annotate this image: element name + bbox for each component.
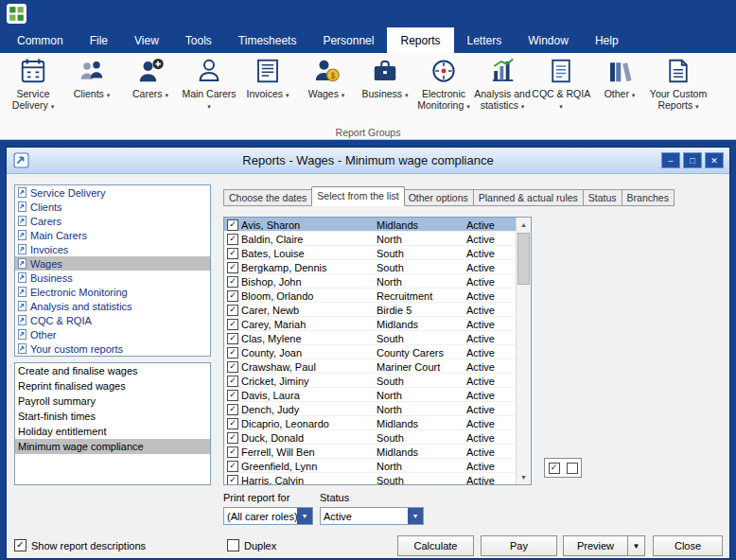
category-item-other[interactable]: Other	[15, 327, 210, 341]
table-row[interactable]: ✓Bloom, OrlandoRecruitmentActive	[224, 289, 516, 303]
menu-item-timesheets[interactable]: Timesheets	[225, 27, 310, 53]
category-item-invoices[interactable]: Invoices	[15, 242, 210, 256]
tab-choose-the-dates[interactable]: Choose the dates	[223, 189, 312, 206]
scroll-down-button[interactable]: ▼	[517, 470, 531, 484]
table-row[interactable]: ✓Carey, MariahMidlandsActive	[224, 317, 516, 331]
menu-item-file[interactable]: File	[77, 27, 121, 53]
tab-branches[interactable]: Branches	[622, 189, 675, 206]
table-row[interactable]: ✓Baldin, ClaireNorthActive	[224, 232, 516, 246]
ribbon-button-service-delivery[interactable]: Service Delivery ▾	[4, 55, 62, 125]
carer-checkbox[interactable]: ✓	[227, 234, 238, 245]
ribbon-button-invoices[interactable]: Invoices ▾	[238, 55, 297, 125]
category-item-carers[interactable]: Carers	[15, 214, 210, 228]
category-item-wages[interactable]: Wages	[15, 256, 210, 271]
ribbon-button-main-carers[interactable]: Main Carers ▾	[180, 55, 238, 125]
menu-item-common[interactable]: Common	[4, 27, 77, 53]
ribbon-button-your-custom-reports[interactable]: Your Custom Reports ▾	[649, 55, 708, 125]
checkbox-checked-icon[interactable]: ✓	[14, 539, 26, 551]
app-logo-icon[interactable]	[7, 4, 26, 24]
table-row[interactable]: ✓Bergkamp, DennisSouthActive	[224, 260, 516, 274]
carer-checkbox[interactable]: ✓	[227, 262, 238, 273]
carer-checkbox[interactable]: ✓	[227, 432, 238, 444]
menu-item-view[interactable]: View	[121, 27, 172, 53]
ribbon-button-carers[interactable]: Carers ▾	[121, 55, 180, 125]
carer-checkbox[interactable]: ✓	[227, 404, 238, 415]
tab-other-options[interactable]: Other options	[404, 189, 474, 206]
table-row[interactable]: ✓County, JoanCounty CarersActive	[224, 345, 516, 359]
table-row[interactable]: ✓Cricket, JiminySouthActive	[224, 374, 516, 388]
table-row[interactable]: ✓Avis, SharonMidlandsActive	[224, 218, 516, 232]
dropdown-arrow-icon[interactable]: ▼	[408, 508, 423, 524]
table-row[interactable]: ✓Crawshaw, PaulMariner CourtActive	[224, 359, 516, 374]
category-item-analysis-and-statistics[interactable]: Analysis and statistics	[15, 299, 210, 313]
report-item-holiday-entitlement[interactable]: Holiday entitlement	[15, 424, 210, 439]
ribbon-button-business[interactable]: Business ▾	[356, 55, 414, 125]
ribbon-button-electronic-monitoring[interactable]: Electronic Monitoring ▾	[414, 55, 473, 125]
table-row[interactable]: ✓Greenfield, LynnNorthActive	[224, 459, 516, 473]
carer-checkbox[interactable]: ✓	[227, 347, 238, 359]
status-dropdown[interactable]: Active ▼	[320, 507, 424, 525]
carer-checkbox[interactable]: ✓	[227, 290, 238, 302]
report-item-start-finish-times[interactable]: Start-finish times	[15, 409, 210, 424]
ribbon-button-clients[interactable]: Clients ▾	[62, 55, 121, 125]
table-row[interactable]: ✓Dench, JudyNorthActive	[224, 402, 516, 416]
menu-item-reports[interactable]: Reports	[387, 27, 453, 53]
carer-checkbox[interactable]: ✓	[227, 219, 238, 231]
menu-item-tools[interactable]: Tools	[172, 27, 225, 53]
tab-select-from-the-list[interactable]: Select from the list	[311, 186, 404, 206]
category-item-service-delivery[interactable]: Service Delivery	[15, 185, 210, 200]
carer-checkbox[interactable]: ✓	[227, 305, 238, 316]
table-row[interactable]: ✓Bates, LouiseSouthActive	[224, 246, 516, 260]
preview-dropdown-button[interactable]: ▼	[627, 535, 645, 556]
tab-planned-actual-rules[interactable]: Planned & actual rules	[474, 189, 584, 206]
carer-checkbox[interactable]: ✓	[227, 446, 238, 458]
carer-checkbox[interactable]: ✓	[227, 333, 238, 344]
dropdown-arrow-icon[interactable]: ▼	[297, 508, 312, 524]
ribbon-button-other[interactable]: Other ▾	[590, 55, 649, 125]
table-row[interactable]: ✓Ferrell, Will BenMidlandsActive	[224, 445, 516, 459]
table-row[interactable]: ✓Harris, CalvinSouthActive	[224, 473, 516, 484]
deselect-all-button[interactable]	[563, 459, 581, 477]
select-all-button[interactable]: ✓	[545, 459, 563, 477]
category-item-clients[interactable]: Clients	[15, 200, 210, 214]
menu-item-window[interactable]: Window	[515, 27, 582, 53]
minimize-button[interactable]: –	[661, 152, 680, 168]
table-row[interactable]: ✓Clas, MyleneSouthActive	[224, 331, 516, 345]
table-row[interactable]: ✓Davis, LauraNorthActive	[224, 388, 516, 402]
category-item-electronic-monitoring[interactable]: Electronic Monitoring	[15, 285, 210, 299]
dialog-titlebar[interactable]: Reports - Wages - Minimum wage complianc…	[7, 148, 729, 174]
maximize-button[interactable]: □	[683, 152, 702, 168]
carer-checkbox[interactable]: ✓	[227, 376, 238, 387]
category-item-main-carers[interactable]: Main Carers	[15, 228, 210, 242]
carer-checkbox[interactable]: ✓	[227, 475, 238, 485]
menu-item-personnel[interactable]: Personnel	[309, 27, 387, 53]
carer-checkbox[interactable]: ✓	[227, 248, 238, 259]
tab-status[interactable]: Status	[584, 189, 622, 206]
menu-item-letters[interactable]: Letters	[454, 27, 516, 53]
pay-button[interactable]: Pay	[481, 535, 557, 556]
carer-role-dropdown[interactable]: (All carer roles) ▼	[223, 507, 313, 525]
report-item-payroll-summary[interactable]: Payroll summary	[15, 394, 210, 409]
carer-checkbox[interactable]: ✓	[227, 390, 238, 401]
carer-checkbox[interactable]: ✓	[227, 461, 238, 472]
scroll-up-button[interactable]: ▲	[517, 218, 531, 232]
close-button[interactable]: ✕	[705, 152, 724, 168]
ribbon-button-analysis-and-statistics[interactable]: Analysis and statistics ▾	[473, 55, 532, 125]
carer-list-scrollbar[interactable]: ▲ ▼	[516, 218, 531, 484]
carer-checkbox[interactable]: ✓	[227, 276, 238, 288]
duplex-checkbox[interactable]: Duplex	[227, 539, 276, 551]
checkbox-unchecked-icon[interactable]	[227, 539, 239, 551]
category-item-your-custom-reports[interactable]: Your custom reports	[15, 341, 210, 356]
report-item-reprint-finalised-wages[interactable]: Reprint finalised wages	[15, 378, 210, 394]
carer-checkbox[interactable]: ✓	[227, 319, 238, 330]
ribbon-button-wages[interactable]: $Wages ▾	[297, 55, 356, 125]
table-row[interactable]: ✓Carer, NewbBirdie 5Active	[224, 303, 516, 317]
show-report-descriptions-checkbox[interactable]: ✓ Show report descriptions	[14, 539, 146, 551]
close-dialog-button[interactable]: Close	[653, 535, 723, 556]
table-row[interactable]: ✓Duck, DonaldSouthActive	[224, 430, 516, 445]
menu-item-help[interactable]: Help	[582, 27, 632, 53]
calculate-button[interactable]: Calculate	[397, 535, 474, 556]
report-item-create-and-finalise-wages[interactable]: Create and finalise wages	[15, 363, 210, 378]
preview-button[interactable]: Preview	[563, 535, 628, 556]
report-item-minimum-wage-compliance[interactable]: Minimum wage compliance	[15, 439, 210, 454]
